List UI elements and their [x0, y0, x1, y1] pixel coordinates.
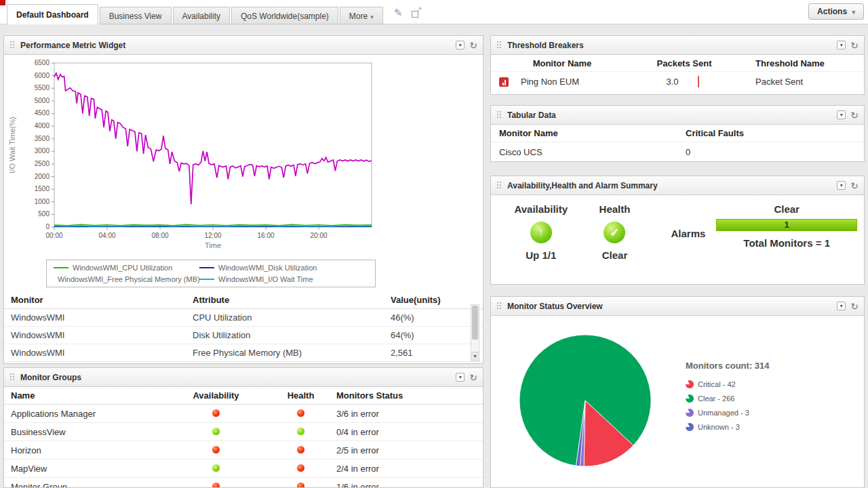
scrollbar-thumb[interactable]	[472, 306, 478, 340]
clear-pie-icon	[686, 394, 694, 403]
svg-text:5000: 5000	[35, 97, 50, 104]
legend-item[interactable]: Unmanaged - 3	[686, 405, 770, 420]
check-icon: ✓	[610, 226, 619, 240]
monitor-group-link[interactable]: BusinessView	[4, 427, 163, 437]
monitors-status: 2/5 in error	[333, 445, 483, 455]
monitor-group-link[interactable]: Applications Manager	[4, 409, 163, 419]
threshold-bar	[698, 76, 699, 87]
actions-button[interactable]: Actions ▾	[808, 3, 864, 20]
column-header: Monitors Status	[333, 390, 483, 401]
dashboard-tabs: Default Dashboard Business View Availabi…	[7, 0, 384, 24]
pie-legend: Monitors count: 314 Critical - 42 Clear …	[686, 361, 770, 434]
monitor-group-link[interactable]: Horizon	[4, 445, 163, 455]
svg-text:5500: 5500	[35, 84, 50, 92]
health-led-icon	[297, 464, 304, 472]
column-header: Monitor Name	[491, 128, 677, 138]
tab-more[interactable]: More▾	[340, 7, 383, 24]
monitor-status-pie-chart[interactable]	[517, 333, 653, 468]
critical-alarm-icon[interactable]	[499, 77, 509, 87]
table-scrollbar[interactable]: ▾	[471, 304, 479, 361]
refresh-icon[interactable]: ↻	[850, 181, 859, 190]
column-header: Monitor	[4, 291, 186, 309]
legend-item: WindowsWMI_CPU Utilization	[54, 264, 199, 272]
tab-business-view[interactable]: Business View	[100, 7, 172, 24]
drag-handle-icon[interactable]	[9, 41, 16, 49]
drag-handle-icon[interactable]	[496, 41, 502, 49]
svg-text:Time: Time	[205, 241, 221, 249]
panel-header: Availability,Health and Alarm Summary ▾ …	[491, 176, 864, 195]
column-header: Monitor Name	[511, 58, 613, 68]
monitors-status: 0/4 in error	[333, 427, 483, 437]
unknown-pie-icon	[686, 423, 694, 431]
legend-item[interactable]: Clear - 266	[686, 391, 770, 405]
tab-default-dashboard[interactable]: Default Dashboard	[7, 4, 98, 24]
svg-text:4000: 4000	[35, 122, 50, 129]
collapse-icon[interactable]: ▾	[837, 181, 846, 190]
legend-item[interactable]: Unknown - 3	[686, 420, 770, 434]
value-cell: 46(%)	[384, 309, 483, 327]
tab-availability[interactable]: Availability	[173, 7, 230, 24]
legend-line-swatch	[199, 267, 214, 268]
scroll-down-button[interactable]: ▾	[471, 352, 479, 361]
table-row: Cisco UCS 0	[491, 142, 864, 161]
tab-qos-worldwide[interactable]: QoS Worldwide(sample)	[231, 7, 338, 24]
attribute-cell: Disk Utilization	[186, 327, 384, 344]
svg-text:04:00: 04:00	[98, 232, 115, 239]
table-row: Ping Non EUM 3.0 Packet Sent	[491, 71, 864, 92]
svg-text:4500: 4500	[35, 109, 50, 117]
collapse-icon[interactable]: ▾	[456, 41, 465, 49]
collapse-icon[interactable]: ▾	[456, 373, 465, 382]
legend-label: WindowsWMI_CPU Utilization	[73, 264, 172, 272]
availability-led-icon	[212, 464, 220, 472]
legend-line-swatch	[54, 267, 68, 268]
panel-title: Monitor Groups	[20, 373, 81, 382]
table-row: Applications Manager 3/6 in error	[4, 405, 483, 423]
availability-led-icon	[212, 446, 220, 453]
availability-led-icon	[212, 428, 220, 435]
collapse-icon[interactable]: ▾	[837, 110, 846, 119]
drag-handle-icon[interactable]	[496, 110, 502, 119]
monitor-group-link[interactable]: Monitor Group	[4, 482, 163, 488]
panel-monitor-status-overview: Monitor Status Overview ▾ ↻ Monitors cou…	[490, 296, 865, 488]
drag-handle-icon[interactable]	[496, 181, 502, 190]
availability-up-icon: ↑	[530, 222, 552, 243]
legend-item[interactable]: Critical - 42	[686, 377, 770, 391]
drag-handle-icon[interactable]	[9, 373, 16, 382]
monitor-cell: WindowsWMI	[4, 327, 186, 344]
svg-text:6000: 6000	[35, 72, 50, 79]
monitors-status: 2/4 in error	[333, 464, 483, 474]
legend-item: WindowsWMI_Disk Utilization	[199, 264, 368, 272]
alarms-summary: Clear 1 Total Monitors = 1	[716, 203, 857, 261]
svg-text:2500: 2500	[35, 160, 50, 167]
refresh-icon[interactable]: ↻	[850, 41, 859, 50]
availability-value: Up 1/1	[526, 249, 556, 261]
monitor-name-link[interactable]: Cisco UCS	[491, 147, 677, 157]
health-summary: Health ✓ Clear	[582, 203, 648, 261]
column-header: Critical Faults	[677, 128, 864, 138]
metric-value-table: Monitor Attribute Value(units) WindowsWM…	[4, 291, 483, 362]
svg-text:00:00: 00:00	[45, 232, 62, 239]
monitor-name-link[interactable]: Ping Non EUM	[511, 77, 613, 87]
refresh-icon[interactable]: ↻	[850, 302, 859, 311]
drag-handle-icon[interactable]	[496, 302, 502, 310]
critical-faults-value: 0	[677, 147, 864, 157]
health-value: Clear	[602, 249, 628, 261]
panel-title: Monitor Status Overview	[507, 302, 603, 311]
panel-monitor-groups: Monitor Groups ▾ ↻ Name Availability Hea…	[3, 367, 484, 488]
refresh-icon[interactable]: ↻	[850, 110, 859, 120]
collapse-icon[interactable]: ▾	[837, 41, 846, 49]
table-row: Monitor Group 1/6 in error	[4, 478, 483, 488]
refresh-icon[interactable]: ↻	[469, 373, 477, 382]
panel-header: Monitor Groups ▾ ↻	[4, 368, 483, 387]
legend-label: Unmanaged - 3	[698, 409, 749, 417]
alarm-count-bar[interactable]: 1	[716, 219, 857, 231]
svg-text:2000: 2000	[35, 173, 50, 180]
edit-dashboard-icon[interactable]: ✎	[394, 7, 403, 18]
open-new-window-icon[interactable]: ↗	[412, 9, 420, 18]
svg-text:16:00: 16:00	[257, 232, 274, 239]
collapse-icon[interactable]: ▾	[837, 302, 846, 310]
monitor-group-link[interactable]: MapView	[4, 464, 163, 474]
attribute-cell: CPU Utilization	[186, 309, 384, 327]
refresh-icon[interactable]: ↻	[469, 41, 477, 50]
threshold-name: Packet Sent	[755, 77, 864, 87]
